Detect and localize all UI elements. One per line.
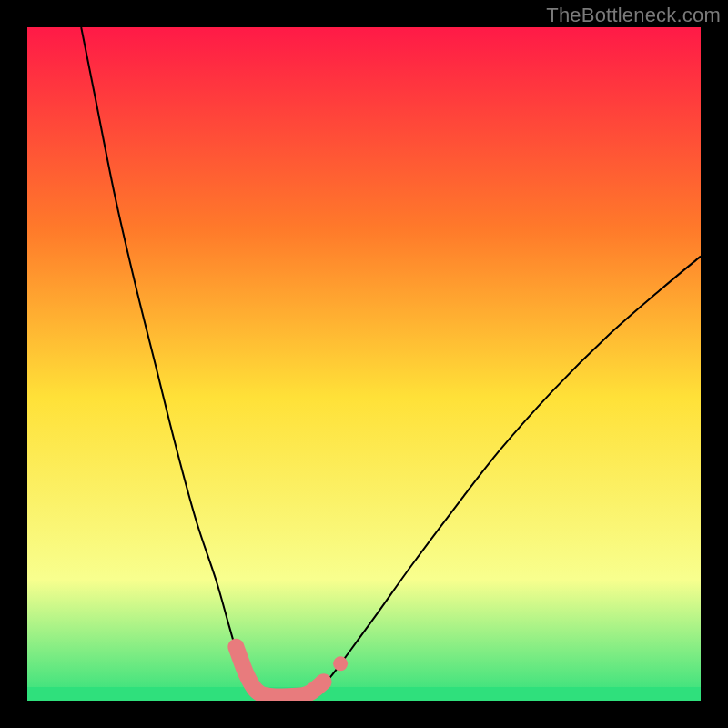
chart-svg [27, 27, 701, 701]
watermark-text: TheBottleneck.com [546, 4, 721, 27]
green-baseline-band [27, 687, 701, 701]
highlight-endpoint [333, 656, 348, 671]
plot-area [27, 27, 701, 701]
gradient-background [27, 27, 701, 701]
chart-frame: TheBottleneck.com [0, 0, 728, 728]
